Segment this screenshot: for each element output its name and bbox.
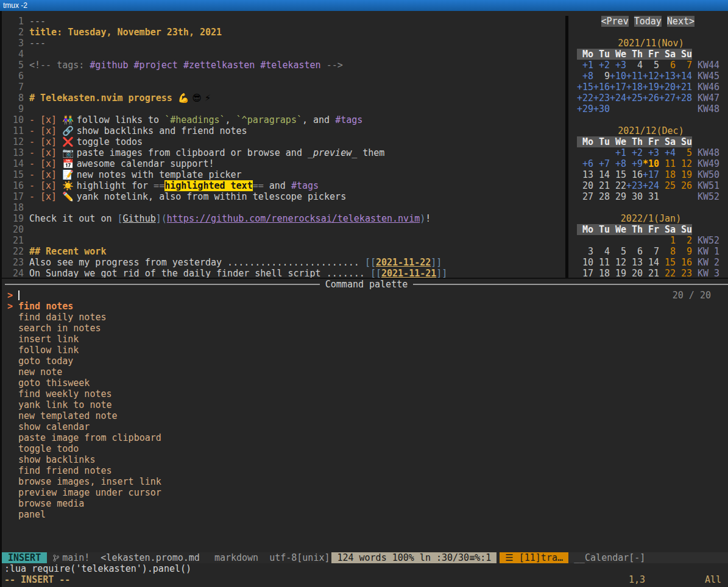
calendar-day[interactable]: 7 xyxy=(643,246,659,257)
palette-item[interactable]: preview image under cursor xyxy=(5,487,728,498)
calendar-day[interactable]: 4 xyxy=(626,60,643,71)
editor-line[interactable]: 23Also see my progress from yesterday ..… xyxy=(5,257,565,268)
calendar-day[interactable]: 14 xyxy=(593,169,610,180)
editor-line[interactable]: 20 xyxy=(5,224,565,235)
calendar-day[interactable]: 15 xyxy=(659,257,676,268)
calendar-day[interactable]: +14 xyxy=(676,71,692,82)
calendar-day[interactable]: 10 xyxy=(577,257,593,268)
calendar-day[interactable]: +18 xyxy=(626,82,643,93)
editor-line[interactable]: 4 xyxy=(5,49,565,60)
calendar-day[interactable]: +29 xyxy=(577,104,593,114)
palette-item[interactable]: browse images, insert link xyxy=(5,476,728,487)
calendar-day[interactable]: 7 xyxy=(676,60,692,71)
calendar-day[interactable]: 6 xyxy=(659,60,676,71)
palette-item[interactable]: new note xyxy=(5,367,728,378)
palette-item[interactable]: find weekly notes xyxy=(5,388,728,399)
calendar-day[interactable]: +2 xyxy=(593,60,610,71)
palette-item[interactable]: find friend notes xyxy=(5,465,728,476)
calendar-day[interactable]: 20 xyxy=(577,180,593,191)
calendar-day[interactable]: 3 xyxy=(577,246,593,257)
calendar-day[interactable]: 9 xyxy=(593,71,610,82)
calendar-day[interactable]: 29 xyxy=(610,191,626,202)
tag[interactable]: #tags xyxy=(335,114,362,125)
calendar-day[interactable]: 19 xyxy=(676,169,692,180)
editor-line[interactable]: 17- [x] ✏️ yank notelink, also from with… xyxy=(5,191,565,202)
editor-line[interactable]: 7 xyxy=(5,82,565,93)
calendar-day[interactable]: 12 xyxy=(610,257,626,268)
calendar-day[interactable]: +26 xyxy=(643,93,659,104)
palette-item[interactable]: follow link xyxy=(5,345,728,356)
calendar-day[interactable]: +12 xyxy=(643,71,659,82)
calendar-day[interactable]: 16 xyxy=(626,169,643,180)
editor-line[interactable]: 11- [x] 🔗 show backlinks and friend note… xyxy=(5,125,565,136)
tag[interactable]: #zettelkasten xyxy=(183,60,255,71)
calendar-day[interactable]: 26 xyxy=(676,180,692,191)
calendar-day[interactable]: 5 xyxy=(643,60,659,71)
tag[interactable]: #tags xyxy=(291,180,319,191)
calendar-day[interactable]: +15 xyxy=(577,82,593,93)
editor-line[interactable]: 15- [x] 📝 new notes with template picker xyxy=(5,169,565,180)
calendar-next-button[interactable]: Next> xyxy=(667,16,694,27)
editor-line[interactable]: 10- [x] 👫 follow links to `#headings`, `… xyxy=(5,114,565,125)
calendar-day[interactable]: +3 xyxy=(643,147,659,158)
editor-line[interactable]: 5<!-- tags: #github #project #zettelkast… xyxy=(5,60,565,71)
calendar-day[interactable]: 13 xyxy=(626,257,643,268)
palette-item[interactable]: show backlinks xyxy=(5,454,728,465)
calendar-day[interactable]: 19 xyxy=(610,268,626,278)
calendar-day[interactable]: +22 xyxy=(577,93,593,104)
editor-line[interactable]: 12- [x] ❌ toggle todos xyxy=(5,136,565,147)
calendar-day[interactable]: 11 xyxy=(659,158,676,169)
calendar-day[interactable]: 15 xyxy=(610,169,626,180)
calendar-day[interactable]: 2 xyxy=(676,235,692,246)
calendar-day[interactable]: +7 xyxy=(593,158,610,169)
calendar-day[interactable]: +27 xyxy=(659,93,676,104)
calendar-day[interactable]: 31 xyxy=(643,191,659,202)
calendar-day[interactable]: 1 xyxy=(659,235,676,246)
calendar-day[interactable]: 21 xyxy=(643,268,659,278)
calendar-day[interactable]: +6 xyxy=(577,158,593,169)
calendar-day[interactable]: +11 xyxy=(626,71,643,82)
palette-item-selected[interactable]: > find notes xyxy=(5,301,728,312)
editor-line[interactable]: 8# Telekasten.nvim progress 💪 😎 ⚡ xyxy=(5,93,565,104)
calendar-day[interactable]: +1 xyxy=(577,60,593,71)
calendar-day[interactable]: +19 xyxy=(643,82,659,93)
calendar-day[interactable]: +13 xyxy=(659,71,676,82)
palette-prompt[interactable]: > 20 / 20 xyxy=(5,290,728,301)
calendar-day[interactable]: 22 xyxy=(659,268,676,278)
editor-line[interactable]: 3--- xyxy=(5,38,565,49)
calendar-day[interactable]: 12 xyxy=(676,158,692,169)
calendar-day[interactable]: +8 xyxy=(577,71,593,82)
palette-item[interactable]: paste image from clipboard xyxy=(5,432,728,443)
calendar-day[interactable]: *10 xyxy=(643,158,659,169)
calendar-day[interactable]: +23 xyxy=(626,180,643,191)
calendar-day[interactable]: +20 xyxy=(659,82,676,93)
palette-item[interactable]: search in notes xyxy=(5,323,728,334)
palette-item[interactable]: browse media xyxy=(5,498,728,509)
calendar-day[interactable]: +10 xyxy=(610,71,626,82)
calendar-day[interactable]: +8 xyxy=(610,158,626,169)
tag[interactable]: #telekasten xyxy=(260,60,320,71)
calendar-day[interactable]: 23 xyxy=(676,268,692,278)
editor-line[interactable]: 21 xyxy=(5,235,565,246)
tag[interactable]: #project xyxy=(134,60,178,71)
calendar-day[interactable]: 6 xyxy=(626,246,643,257)
calendar-day[interactable]: 17 xyxy=(577,268,593,278)
calendar-today-button[interactable]: Today xyxy=(634,16,662,27)
editor-line[interactable]: 1--- xyxy=(5,16,565,27)
calendar-day[interactable]: +24 xyxy=(643,180,659,191)
palette-item[interactable]: yank link to note xyxy=(5,399,728,410)
calendar-day[interactable]: +25 xyxy=(626,93,643,104)
buffer-tab[interactable]: ☰ [11]tra… xyxy=(500,552,568,563)
calendar-day[interactable]: +3 xyxy=(610,60,626,71)
calendar-day[interactable]: 5 xyxy=(610,246,626,257)
palette-item[interactable]: show calendar xyxy=(5,421,728,432)
editor-line[interactable]: 14- [x] 📅 awesome calendar support! xyxy=(5,158,565,169)
calendar-day[interactable]: 18 xyxy=(593,268,610,278)
palette-item[interactable]: insert link xyxy=(5,334,728,345)
editor-line[interactable]: 9 xyxy=(5,104,565,114)
calendar-day[interactable]: +9 xyxy=(626,158,643,169)
palette-item[interactable]: goto thisweek xyxy=(5,378,728,388)
editor-line[interactable]: 22## Recent work xyxy=(5,246,565,257)
calendar-day[interactable]: 13 xyxy=(577,169,593,180)
calendar-day[interactable]: 28 xyxy=(593,191,610,202)
